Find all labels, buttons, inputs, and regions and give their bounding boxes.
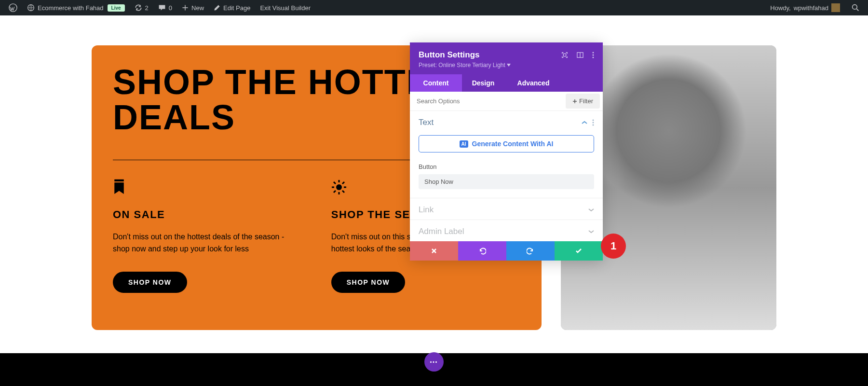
comments-link[interactable]: 0 [153,0,177,15]
kebab-icon[interactable] [592,119,594,126]
svg-point-4 [336,184,342,190]
admin-search[interactable] [847,4,864,12]
wp-admin-bar: Ecommerce with Fahad Live 2 0 New Edit P… [0,0,868,15]
wp-logo[interactable] [4,0,22,15]
chevron-down-icon [588,230,594,234]
wordpress-icon [9,3,17,12]
search-row: Filter [410,92,603,111]
shop-now-button-1[interactable]: SHOP NOW [113,272,187,293]
notification-badge[interactable]: 1 [601,234,626,259]
site-name: Ecommerce with Fahad [38,4,104,12]
username: wpwithfahad [794,4,828,12]
exit-vb-label: Exit Visual Builder [260,4,311,12]
section-text[interactable]: Text [410,111,603,132]
button-text-input[interactable] [419,174,594,189]
comments-icon [158,4,166,12]
col-on-sale: ON SALE Don't miss out on the hottest de… [113,179,302,293]
svg-rect-5 [563,54,566,56]
edit-page[interactable]: Edit Page [209,0,255,15]
new-content[interactable]: New [177,0,209,15]
tab-advanced[interactable]: Advanced [504,74,562,92]
new-label: New [191,4,204,12]
section-text-label: Text [419,118,434,127]
updates-link[interactable]: 2 [130,0,153,15]
chevron-down-icon [588,208,594,212]
confirm-button[interactable] [555,241,603,261]
section-link[interactable]: Link [410,198,603,220]
button-settings-modal: Button Settings Preset: Online Store Ter… [410,42,603,261]
search-options-input[interactable] [410,92,566,110]
tab-content[interactable]: Content [410,74,462,92]
redo-button[interactable] [506,241,555,261]
svg-point-9 [593,57,594,58]
expand-icon[interactable] [577,52,583,58]
modal-preset[interactable]: Preset: Online Store Tertiary Light [419,62,594,69]
section-admin-label[interactable]: Admin Label [410,220,603,241]
check-icon [575,248,582,254]
admin-bar-left: Ecommerce with Fahad Live 2 0 New Edit P… [4,0,315,15]
kebab-icon[interactable] [592,52,594,58]
live-badge: Live [108,4,125,12]
svg-point-8 [593,55,594,56]
comments-count: 0 [169,4,172,12]
bookmark-icon [113,179,302,195]
modal-title: Button Settings [419,50,480,60]
caret-down-icon [507,64,511,67]
howdy-user[interactable]: Howdy, wpwithfahad [765,0,845,15]
home-icon [27,4,35,12]
close-icon [431,248,437,254]
section-admin-label-text: Admin Label [419,227,464,236]
svg-point-11 [593,122,594,124]
svg-point-7 [593,52,594,54]
admin-bar-right: Howdy, wpwithfahad [765,0,864,15]
shop-now-button-2[interactable]: SHOP NOW [331,272,406,293]
generate-ai-button[interactable]: AI Generate Content With AI [419,135,594,152]
snap-icon[interactable] [561,52,568,58]
col1-text: Don't miss out on the hottest deals of t… [113,231,302,255]
svg-rect-3 [114,179,124,181]
filter-label: Filter [579,97,593,105]
exit-visual-builder[interactable]: Exit Visual Builder [255,0,315,15]
ai-badge: AI [460,140,468,148]
cancel-button[interactable] [410,241,458,261]
edit-page-label: Edit Page [223,4,250,12]
preset-label: Preset: Online Store Tertiary Light [419,62,505,69]
plus-small-icon [572,99,577,104]
ai-button-label: Generate Content With AI [472,140,554,148]
site-link[interactable]: Ecommerce with Fahad Live [22,0,130,15]
section-link-label: Link [419,205,434,215]
builder-toggle[interactable]: ••• [424,352,444,372]
button-field-label: Button [410,159,603,174]
modal-footer [410,241,603,261]
search-icon [852,4,859,12]
tab-design[interactable]: Design [462,74,504,92]
chevron-up-icon[interactable] [582,121,587,124]
modal-tabs: Content Design Advanced [410,74,603,92]
col1-title: ON SALE [113,208,302,221]
undo-button[interactable] [458,241,506,261]
updates-count: 2 [145,4,149,12]
svg-point-10 [593,120,594,121]
undo-icon [478,247,486,255]
modal-header[interactable]: Button Settings Preset: Online Store Ter… [410,42,603,74]
plus-icon [182,4,189,11]
howdy-prefix: Howdy, [770,4,790,12]
svg-point-2 [853,5,857,10]
avatar [831,3,840,12]
redo-icon [527,247,534,255]
updates-icon [135,4,142,12]
pencil-icon [214,4,220,11]
filter-button[interactable]: Filter [566,94,600,109]
svg-point-12 [593,124,594,126]
